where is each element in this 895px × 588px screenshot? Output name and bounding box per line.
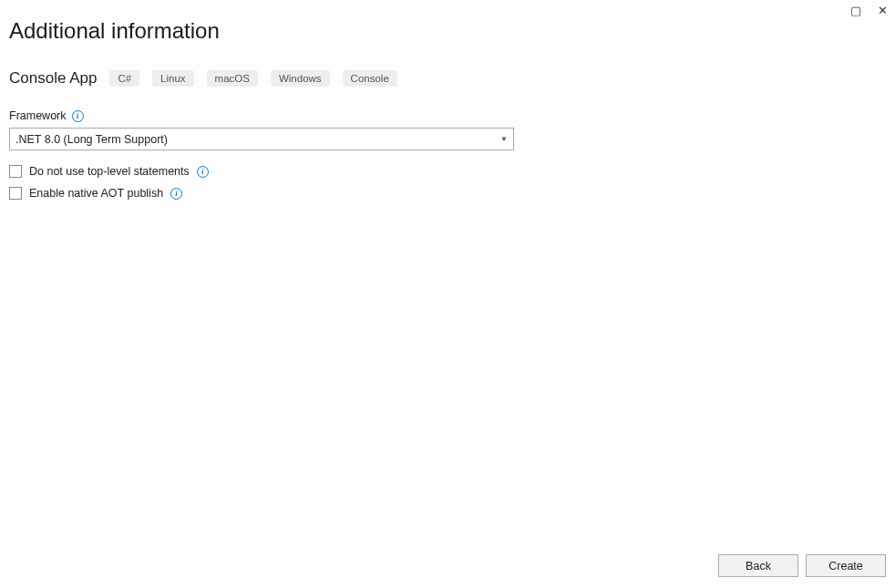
framework-select[interactable]: .NET 8.0 (Long Term Support) ▼	[9, 128, 514, 150]
checkbox-no-top-level[interactable]	[9, 165, 22, 178]
info-icon[interactable]: i	[170, 188, 182, 200]
framework-select-wrapper: .NET 8.0 (Long Term Support) ▼	[9, 128, 514, 150]
main-content: Additional information Console App C# Li…	[0, 0, 895, 200]
info-icon[interactable]: i	[197, 166, 209, 178]
info-icon[interactable]: i	[72, 110, 84, 122]
tag-windows: Windows	[271, 70, 330, 87]
tag-csharp: C#	[109, 70, 139, 87]
project-type-label: Console App	[9, 69, 97, 88]
checkbox-row-toplevel: Do not use top-level statements i	[9, 165, 886, 178]
window-controls: ▢ ✕	[843, 0, 895, 21]
tag-macos: macOS	[207, 70, 258, 87]
close-button[interactable]: ✕	[878, 4, 888, 17]
footer-buttons: Back Create	[718, 554, 886, 577]
checkbox-label-no-top-level: Do not use top-level statements	[29, 165, 190, 178]
tag-console: Console	[343, 70, 397, 87]
checkbox-aot-publish[interactable]	[9, 187, 22, 200]
create-button[interactable]: Create	[806, 554, 886, 577]
back-button[interactable]: Back	[718, 554, 798, 577]
framework-selected-value: .NET 8.0 (Long Term Support)	[15, 133, 168, 146]
subtitle-row: Console App C# Linux macOS Windows Conso…	[9, 69, 886, 88]
checkbox-row-aot: Enable native AOT publish i	[9, 187, 886, 200]
page-title: Additional information	[9, 18, 886, 44]
framework-label: Framework	[9, 109, 67, 122]
maximize-button[interactable]: ▢	[850, 4, 861, 17]
checkbox-label-aot-publish: Enable native AOT publish	[29, 187, 163, 200]
chevron-down-icon: ▼	[500, 135, 508, 143]
framework-label-row: Framework i	[9, 109, 886, 122]
tag-linux: Linux	[152, 70, 194, 87]
